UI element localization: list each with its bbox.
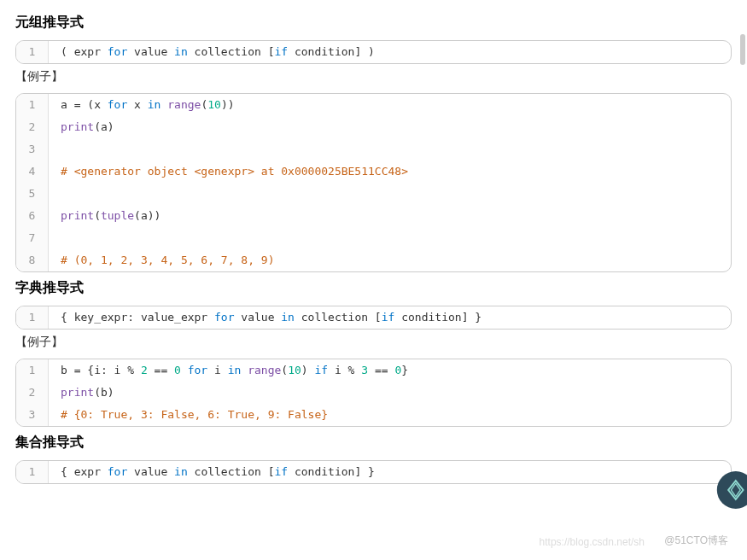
section-heading: 集合推导式 xyxy=(15,434,732,452)
code-row: 3 xyxy=(16,138,731,160)
line-number: 2 xyxy=(16,116,49,138)
code-line: b = {i: i % 2 == 0 for i in range(10) if… xyxy=(49,359,731,382)
code-line: # {0: True, 3: False, 6: True, 9: False} xyxy=(49,404,731,426)
example-label: 【例子】 xyxy=(15,69,732,85)
code-line: print(b) xyxy=(49,382,731,404)
line-number: 3 xyxy=(16,138,49,160)
line-number: 1 xyxy=(16,94,49,116)
code-row: 6print(tuple(a)) xyxy=(16,205,731,227)
syntax-1-code-block: 1{ key_expr: value_expr for value in col… xyxy=(15,306,732,330)
section-heading: 字典推导式 xyxy=(15,279,732,297)
line-number: 1 xyxy=(16,359,49,382)
code-row: 3# {0: True, 3: False, 6: True, 9: False… xyxy=(16,404,731,426)
code-row: 2print(b) xyxy=(16,382,731,404)
line-number: 6 xyxy=(16,205,49,227)
code-row: 1a = (x for x in range(10)) xyxy=(16,94,731,116)
line-number: 4 xyxy=(16,160,49,183)
code-line xyxy=(49,138,731,160)
code-row: 7 xyxy=(16,227,731,249)
line-number: 5 xyxy=(16,183,49,205)
line-number: 8 xyxy=(16,249,49,271)
section-heading: 元组推导式 xyxy=(15,14,732,32)
line-number: 3 xyxy=(16,404,49,426)
line-number: 2 xyxy=(16,382,49,404)
code-line xyxy=(49,227,731,249)
line-number: 1 xyxy=(16,306,49,329)
syntax-2-code-block: 1{ expr for value in collection [if cond… xyxy=(15,460,732,484)
code-row: 4# <generator object <genexpr> at 0x0000… xyxy=(16,160,731,183)
code-line: # <generator object <genexpr> at 0x00000… xyxy=(49,160,731,183)
floating-diamond-badge[interactable] xyxy=(717,471,747,506)
code-line: { key_expr: value_expr for value in coll… xyxy=(49,306,731,329)
code-row: 1{ expr for value in collection [if cond… xyxy=(16,461,731,483)
scrollbar-hint xyxy=(740,34,745,65)
example-label: 【例子】 xyxy=(15,335,732,350)
line-number: 7 xyxy=(16,227,49,249)
line-number: 1 xyxy=(16,41,49,63)
code-line: print(a) xyxy=(49,116,731,138)
syntax-0-code-block: 1( expr for value in collection [if cond… xyxy=(15,40,732,64)
code-line: print(tuple(a)) xyxy=(49,205,731,227)
code-row: 1{ key_expr: value_expr for value in col… xyxy=(16,306,731,329)
code-row: 5 xyxy=(16,183,731,205)
code-line: # (0, 1, 2, 3, 4, 5, 6, 7, 8, 9) xyxy=(49,249,731,271)
code-line: a = (x for x in range(10)) xyxy=(49,94,731,116)
code-line: ( expr for value in collection [if condi… xyxy=(49,41,731,63)
code-row: 8# (0, 1, 2, 3, 4, 5, 6, 7, 8, 9) xyxy=(16,249,731,271)
code-line: { expr for value in collection [if condi… xyxy=(49,461,731,483)
diamond-icon xyxy=(725,479,747,501)
example-0-code-block: 1a = (x for x in range(10))2print(a)3 4#… xyxy=(15,93,732,272)
line-number: 1 xyxy=(16,461,49,483)
code-row: 1( expr for value in collection [if cond… xyxy=(16,41,731,63)
code-row: 2print(a) xyxy=(16,116,731,138)
example-1-code-block: 1b = {i: i % 2 == 0 for i in range(10) i… xyxy=(15,359,732,427)
code-row: 1b = {i: i % 2 == 0 for i in range(10) i… xyxy=(16,359,731,382)
code-line xyxy=(49,183,731,205)
